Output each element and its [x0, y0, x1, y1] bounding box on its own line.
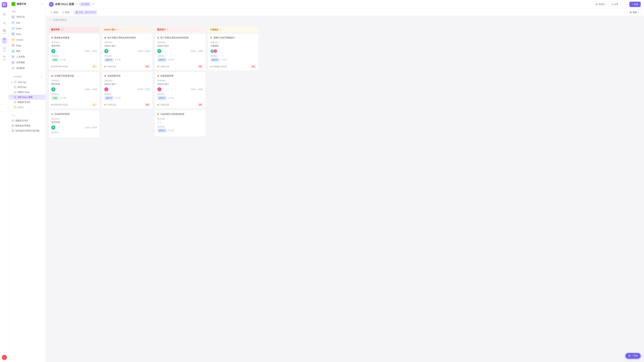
- table-row[interactable]: 设计并建立系统化的风控机制 需求排期 ▾ UI&UX 设计 李 11/23 ~ …: [155, 34, 205, 70]
- svg-rect-5: [3, 14, 6, 14]
- team-btn[interactable]: 团队: [1, 55, 8, 61]
- table-row[interactable]: 违规行为处罚措施设计 需求排期 ▾ 方案确定 李 L: [208, 34, 258, 70]
- user-avatar[interactable]: L: [2, 355, 7, 360]
- card-priority-dot: [157, 37, 159, 38]
- 2023q4-icon: [14, 81, 17, 84]
- new-button[interactable]: + 新建: [630, 2, 641, 7]
- pin-icon[interactable]: [92, 3, 94, 6]
- nav-space-home[interactable]: 空间主页: [9, 14, 46, 20]
- sort-btn[interactable]: 排序: [60, 10, 71, 15]
- col-header-needs-design: 需求设计 3: [155, 27, 205, 32]
- nav-high-epic[interactable]: 高优 Epic: [9, 85, 46, 90]
- add-space-item[interactable]: +: [41, 75, 43, 78]
- collapse-arrow[interactable]: ▼: [12, 76, 13, 78]
- nav-sprint[interactable]: Sprint: [9, 25, 46, 31]
- dropdown-arrow[interactable]: ▾: [112, 80, 113, 82]
- view-mode-btn[interactable]: 看板 ▾: [628, 10, 641, 15]
- nav-p-inbox[interactable]: 站内信的分类和过滤功能: [9, 128, 46, 133]
- dropdown-arrow[interactable]: ▾: [165, 41, 166, 43]
- view-dropdown-icon: ▾: [638, 11, 639, 13]
- nav-version[interactable]: Version: [9, 37, 46, 42]
- space-section-title: ▼ 空间置顶: [12, 75, 22, 78]
- status-duration: 2 个月: [168, 129, 174, 132]
- save-as-button[interactable]: 另存为: [593, 2, 607, 7]
- help-button[interactable]: ? 帮助: [626, 353, 641, 359]
- menu-toggle[interactable]: [1, 11, 8, 17]
- space-btn[interactable]: 空间: [1, 37, 8, 43]
- table-row[interactable]: 数据备份和恢复 需求排期 ▾ 需求评审 李 11/01 ~ 11/03: [49, 34, 99, 70]
- kanban-board: 需求评审 27 数据备份和恢复 需求排期 ▾ 需求评审: [46, 24, 644, 362]
- status-field-label: 需求状态: [157, 93, 203, 95]
- card-title: 违规行为处罚措施设计: [213, 36, 235, 39]
- card-more-btn[interactable]: ···: [95, 113, 97, 116]
- nav-story[interactable]: Story: [9, 31, 46, 37]
- table-row[interactable]: 设计并建立系统化的风控机制 需求排期 ▾ UI&UX 设计 李 11/23 ~ …: [102, 34, 152, 70]
- status-duration: 2 个月: [115, 58, 121, 61]
- status-row: 开始 2 个月: [51, 96, 97, 100]
- workbench-btn[interactable]: 工作台: [1, 29, 8, 35]
- nav-pending-bugs[interactable]: 待解决 Bugs: [9, 90, 46, 95]
- panorama-icon: [12, 61, 15, 64]
- kanban-col-needs-design: 需求设计 3 设计并建立系统化的风控机制 需求排期 ▾ U: [155, 27, 205, 359]
- card-stage-value: UI&UX 设计: [104, 44, 150, 47]
- info-icon[interactable]: [76, 3, 78, 6]
- svg-point-24: [13, 68, 14, 68]
- user-avatar-area[interactable]: L: [2, 355, 7, 360]
- group-btn[interactable]: 分组 · 进行中节点: [74, 10, 98, 15]
- table-row[interactable]: 活动参与和投票功能 需求排期 ▾ 需求评审 李 11/06 ~ 11/09: [49, 72, 99, 109]
- dropdown-arrow[interactable]: ▾: [59, 80, 60, 82]
- dropdown-arrow[interactable]: ▾: [112, 41, 113, 43]
- app-logo[interactable]: [2, 2, 7, 7]
- table-row[interactable]: 活动结果公布和奖励发放 需求排期 暂无 需求状态 设计中 2 个月: [155, 110, 205, 137]
- priority-badge: P0: [198, 65, 203, 68]
- card-title-row: 活动参与和投票功能: [51, 74, 97, 77]
- nav-chart[interactable]: 图表: [9, 48, 46, 54]
- high-epic-label: 高优 Epic: [18, 86, 27, 89]
- share-button[interactable]: 分享: [609, 2, 620, 7]
- avatar: 李: [51, 125, 55, 130]
- bugs-label: Bugs: [16, 44, 21, 47]
- table-row[interactable]: 活动发布和管理 ··· 需求排期 ▾ 需求评审 李 11/13 ~ 11/16: [49, 110, 99, 138]
- page-title: 全部 Story 进展: [55, 2, 74, 6]
- col-body-ui-ux: 设计并建立系统化的风控机制 需求排期 ▾ UI&UX 设计 李 11/23 ~ …: [102, 34, 152, 359]
- dropdown-arrow[interactable]: ▾: [59, 41, 60, 43]
- workspace-header: 🌿 敏捷开发 ▾: [9, 0, 46, 8]
- dropdown-arrow[interactable]: ▾: [165, 80, 166, 82]
- nav-p-video[interactable]: 视频算法专区: [9, 118, 46, 123]
- card-footer: 2 项待完成 P0: [104, 63, 150, 68]
- footer-status: 需求评审 待完成: [51, 65, 68, 68]
- table-row[interactable]: 多级权限管理 需求排期 ▾ UI&UX 设计 L 11/20 ~ 11/22: [155, 72, 205, 109]
- avatar: 李: [157, 49, 161, 53]
- nav-all-story[interactable]: 全部 Story 进展: [9, 95, 46, 100]
- view-badge[interactable]: 条件视图: [80, 2, 90, 6]
- nav-p-backup[interactable]: 数据备份和恢复: [9, 123, 46, 128]
- nav-bugs[interactable]: Bugs: [9, 42, 46, 48]
- all-story-icon: [14, 96, 16, 99]
- filter-btn[interactable]: 筛选: [49, 10, 60, 15]
- card-assignee-row: 李 11/23 ~ 11/25: [104, 49, 150, 53]
- nav-panorama[interactable]: 全景视图: [9, 60, 46, 65]
- nav-v3[interactable]: v3.0.0: [9, 105, 46, 110]
- kanban-top-bar: + + 新建快捷筛选: [46, 16, 644, 24]
- more-button[interactable]: ···: [622, 2, 628, 7]
- nav-staffing[interactable]: 人员排期: [9, 54, 46, 60]
- dropdown-arrow[interactable]: ▾: [59, 118, 60, 120]
- status-row: 设计中 2 个月: [104, 96, 150, 100]
- status-badge: 设计中: [104, 58, 114, 62]
- table-row[interactable]: 多级权限管理 需求排期 ▾ UI&UX 设计 L 11/20 ~ 11/22: [102, 72, 152, 109]
- card-status-field: 需求状态 设计中 2 个月: [157, 125, 203, 133]
- avatar: 李: [51, 87, 55, 91]
- add-quick-filter[interactable]: + + 新建快捷筛选: [49, 18, 641, 22]
- bookmark-btn[interactable]: 收藏: [1, 46, 8, 52]
- nav-epic[interactable]: Epic: [9, 20, 46, 25]
- nav-2023q4[interactable]: ▶ 2023 Q4: [9, 80, 46, 85]
- card-stage-value: 需求评审: [51, 83, 97, 86]
- workspace-dropdown-icon[interactable]: ▾: [42, 3, 43, 5]
- search-btn[interactable]: [1, 20, 8, 26]
- nav-video-algo[interactable]: 视频算法专区: [9, 100, 46, 105]
- dropdown-arrow[interactable]: ▾: [218, 41, 219, 43]
- svg-rect-45: [631, 11, 632, 12]
- nav-space-config[interactable]: 空间配置: [9, 65, 46, 71]
- main-content: 全部 Story 进展 条件视图 另存为 分享 ···: [46, 0, 644, 362]
- video-algo-icon: [14, 101, 16, 104]
